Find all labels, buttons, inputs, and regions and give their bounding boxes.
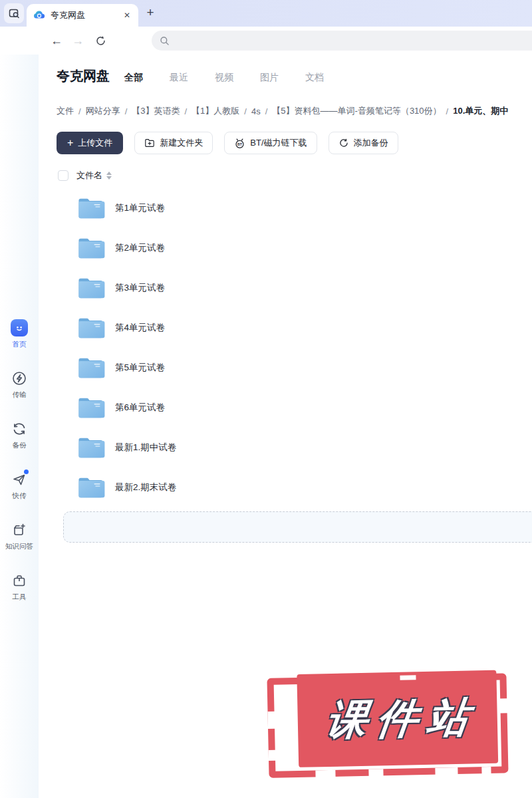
folder-row[interactable]: 第5单元试卷 <box>57 348 532 388</box>
bt-magnet-download-button[interactable]: BT BT/磁力链下载 <box>224 132 317 154</box>
folder-row[interactable]: 第3单元试卷 <box>57 268 532 308</box>
address-bar[interactable] <box>152 31 532 51</box>
upload-drop-zone[interactable] <box>63 511 532 543</box>
folder-row[interactable]: 最新1.期中试卷 <box>57 428 532 467</box>
sidebar-item-label: 工具 <box>13 593 27 602</box>
forward-icon: → <box>69 27 86 55</box>
notification-dot <box>24 469 29 474</box>
upload-file-button[interactable]: + 上传文件 <box>57 132 123 154</box>
breadcrumb-item[interactable]: 网站分享 <box>86 105 120 117</box>
tab-search-icon <box>9 8 20 19</box>
sidebar-item-quick-send[interactable]: 快传 <box>0 471 39 501</box>
sort-icon[interactable] <box>106 172 112 180</box>
folder-row[interactable]: 第1单元试卷 <box>57 188 532 228</box>
folder-icon <box>76 315 105 340</box>
folder-row[interactable]: 第6单元试卷 <box>57 388 532 428</box>
sidebar: 首页 传输 备份 <box>0 55 39 798</box>
bt-download-label: BT/磁力链下载 <box>250 137 307 149</box>
sidebar-item-knowledge-qa[interactable]: 知识问答 <box>0 521 39 551</box>
sidebar-item-transfer[interactable]: 传输 <box>0 370 39 400</box>
plus-icon: + <box>67 138 73 148</box>
breadcrumb-separator: / <box>446 106 449 116</box>
folder-icon <box>76 435 105 460</box>
folder-row[interactable]: 第4单元试卷 <box>57 308 532 348</box>
breadcrumb-separator: / <box>184 106 187 116</box>
sidebar-item-label: 快传 <box>13 491 27 501</box>
folder-name: 第4单元试卷 <box>115 322 165 334</box>
folder-name: 第1单元试卷 <box>115 202 165 214</box>
add-backup-icon <box>338 138 349 148</box>
folder-icon <box>76 355 105 380</box>
breadcrumb-item[interactable]: 4s <box>251 106 261 116</box>
transfer-icon <box>11 370 28 387</box>
breadcrumb-separator: / <box>265 106 268 116</box>
quark-drive-window: 夸克网盘 ✕ + ← → <box>0 0 532 798</box>
sidebar-item-label: 首页 <box>13 340 27 349</box>
column-filename: 文件名 <box>76 170 102 182</box>
page-title: 夸克网盘 <box>57 67 110 85</box>
tab-image[interactable]: 图片 <box>260 72 279 84</box>
breadcrumb-separator: / <box>78 106 81 116</box>
folder-name: 第5单元试卷 <box>115 362 165 374</box>
back-icon[interactable]: ← <box>48 27 65 55</box>
browser-tab-bar: 夸克网盘 ✕ + <box>0 0 532 27</box>
folder-icon <box>76 275 105 301</box>
reload-icon[interactable] <box>92 27 109 55</box>
tab-close-icon[interactable]: ✕ <box>122 9 132 21</box>
toolbox-icon <box>11 572 28 589</box>
new-folder-icon <box>144 138 155 148</box>
tab-video[interactable]: 视频 <box>215 72 233 84</box>
breadcrumb-item[interactable]: 文件 <box>57 105 74 117</box>
folder-name: 最新2.期末试卷 <box>115 481 176 493</box>
bt-download-icon: BT <box>234 138 245 149</box>
breadcrumb: 文件 / 网站分享 / 【3】英语类 / 【1】人教版 / 4s / 【5】资料… <box>57 105 508 117</box>
quark-favicon-icon <box>33 9 45 21</box>
browser-tab-active[interactable]: 夸克网盘 ✕ <box>27 4 138 27</box>
sidebar-item-label: 知识问答 <box>5 542 33 551</box>
browser-toolbar: ← → <box>0 27 532 55</box>
list-header: 文件名 <box>58 170 112 182</box>
watermark-text: 课件站 <box>314 689 481 748</box>
watermark-stamp: 课件站 <box>267 666 517 786</box>
backup-sync-icon <box>11 420 28 438</box>
new-folder-label: 新建文件夹 <box>160 137 203 149</box>
breadcrumb-item[interactable]: 【1】人教版 <box>192 105 239 117</box>
folder-name: 第6单元试卷 <box>115 402 165 414</box>
add-backup-button[interactable]: 添加备份 <box>329 132 398 154</box>
tab-title: 夸克网盘 <box>51 9 122 21</box>
tab-document[interactable]: 文档 <box>305 72 324 84</box>
tab-search-button[interactable] <box>4 3 24 23</box>
folder-row[interactable]: 最新2.期末试卷 <box>57 467 532 507</box>
sidebar-item-home[interactable]: 首页 <box>0 319 39 349</box>
folder-icon <box>76 395 105 420</box>
view-tabs: 全部 最近 视频 图片 文档 <box>124 72 324 84</box>
breadcrumb-current: 10.单元、期中 <box>453 105 508 117</box>
breadcrumb-item[interactable]: 【3】英语类 <box>132 105 180 117</box>
folder-name: 第3单元试卷 <box>115 282 165 294</box>
sidebar-item-label: 传输 <box>13 390 27 400</box>
home-icon <box>11 319 28 336</box>
new-folder-button[interactable]: 新建文件夹 <box>134 132 213 154</box>
tab-recent[interactable]: 最近 <box>170 72 188 84</box>
paper-plane-icon <box>11 471 28 488</box>
breadcrumb-item[interactable]: 【5】资料包——单词-音频笔记等（310份） <box>272 105 441 117</box>
svg-text:BT: BT <box>237 142 243 146</box>
sidebar-item-backup[interactable]: 备份 <box>0 420 39 450</box>
folder-icon <box>76 235 105 261</box>
breadcrumb-separator: / <box>125 106 128 116</box>
folder-row[interactable]: 第2单元试卷 <box>57 228 532 268</box>
tab-all[interactable]: 全部 <box>124 72 143 84</box>
folder-icon <box>76 475 105 500</box>
add-backup-label: 添加备份 <box>354 137 388 149</box>
knowledge-box-icon <box>11 521 28 539</box>
new-tab-button[interactable]: + <box>141 3 160 22</box>
sidebar-item-label: 备份 <box>13 441 27 450</box>
folder-name: 第2单元试卷 <box>115 242 165 254</box>
breadcrumb-separator: / <box>244 106 247 116</box>
sidebar-item-tools[interactable]: 工具 <box>0 572 39 602</box>
select-all-checkbox[interactable] <box>58 170 68 181</box>
search-icon <box>160 36 170 46</box>
action-buttons: + 上传文件 新建文件夹 BT BT/磁力链下载 <box>57 132 398 154</box>
folder-icon <box>76 196 105 221</box>
file-list: 第1单元试卷 第2单元试卷 第3单元试卷 <box>57 188 532 507</box>
